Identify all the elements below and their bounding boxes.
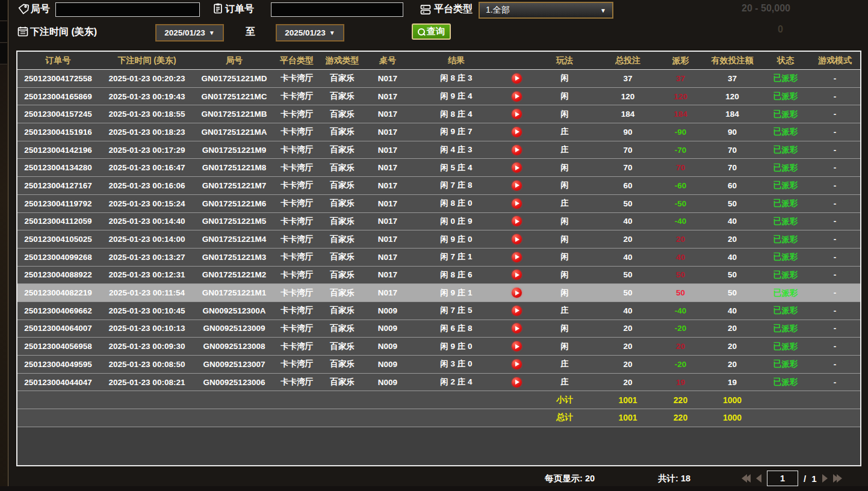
table-row[interactable]: 2501230041519162025-01-23 00:18:23GN0172… [17,123,860,141]
cell-total-bet: 50 [598,199,658,208]
cell-table-no: N009 [364,378,411,387]
table-row[interactable]: 2501230041342802025-01-23 00:16:47GN0172… [17,159,860,177]
cell-payout: 20 [658,235,703,244]
play-video-icon[interactable] [512,359,522,369]
cell-total-bet: 20 [598,378,658,387]
cell-valid-bet: 20 [703,342,761,351]
cell-game-type: 百家乐 [320,73,364,84]
last-page-button[interactable] [833,474,842,483]
cell-round-no: GN017251221M3 [195,253,273,262]
play-video-icon[interactable] [512,199,522,209]
cell-play [501,359,532,369]
play-video-icon[interactable] [512,73,522,84]
cell-order-no: 250123004127167 [17,181,99,190]
play-video-icon[interactable] [512,145,522,155]
cell-platform: 卡卡湾厅 [273,180,320,191]
cell-status: 已派彩 [761,162,810,173]
cell-payout: -60 [658,181,703,190]
play-video-icon[interactable] [512,181,522,191]
cell-status: 已派彩 [761,323,810,334]
play-video-icon[interactable] [512,162,522,173]
cell-round-no: GN017251221MA [195,128,273,137]
table-row[interactable]: 2501230040440472025-01-23 00:08:21GN0092… [17,374,860,392]
cell-total-bet: 37 [598,74,658,83]
cell-play [501,109,532,119]
table-row[interactable]: 2501230040495952025-01-23 00:08:50GN0092… [17,356,860,374]
cell-result: 闲 9 庄 7 [411,126,501,137]
table-row[interactable]: 2501230040569582025-01-23 00:09:30GN0092… [17,338,860,356]
table-row[interactable]: 2501230040992682025-01-23 00:13:27GN0172… [17,249,860,267]
play-video-icon[interactable] [512,127,522,137]
cell-result: 闲 9 庄 4 [411,91,501,102]
grand-total-row-cell: 220 [658,413,703,422]
cell-valid-bet: 40 [703,306,761,315]
date-to-picker[interactable]: 2025/01/23 ▼ [276,24,344,42]
table-row[interactable]: 2501230041271672025-01-23 00:16:06GN0172… [17,177,860,195]
date-from-value: 2025/01/23 [164,28,205,37]
cell-payout: 50 [658,270,703,279]
table-row[interactable]: 2501230040640072025-01-23 00:10:13GN0092… [17,320,860,338]
cell-game-type: 百家乐 [320,377,364,388]
cell-status: 已派彩 [761,252,810,262]
round-no-input[interactable] [55,2,200,17]
column-header: 局号 [195,55,273,66]
play-video-icon[interactable] [512,323,522,333]
cell-status: 已派彩 [761,305,810,316]
total-count-label: 共计: [658,474,678,483]
play-video-icon[interactable] [512,270,522,280]
table-row[interactable]: 2501230041120592025-01-23 00:14:40GN0172… [17,213,860,231]
next-page-button[interactable] [822,474,828,483]
background-faint-zero-text: 0 [778,24,783,35]
prev-page-button[interactable] [756,474,761,483]
cell-payout: -20 [658,360,703,369]
cell-total-bet: 40 [598,306,658,315]
page-number-input[interactable] [767,471,798,486]
table-row[interactable]: 2501230041197922025-01-23 00:15:24GN0172… [17,195,860,213]
cell-play-type: 闲 [532,341,598,352]
table-row[interactable]: 2501230041572452025-01-23 00:18:55GN0172… [17,105,860,123]
table-row[interactable]: 2501230041658692025-01-23 00:19:43GN0172… [17,88,860,106]
play-video-icon[interactable] [512,252,522,262]
cell-valid-bet: 60 [703,181,761,190]
cell-result: 闲 0 庄 9 [411,216,501,227]
cell-play-type: 庄 [532,359,598,369]
column-header: 下注时间 (美东) [99,55,195,66]
table-row[interactable]: 2501230040696622025-01-23 00:10:45GN0092… [17,302,860,320]
cell-play [501,234,532,244]
platform-type-select[interactable]: 1.全部 ▼ [479,2,613,19]
cell-game-type: 百家乐 [320,126,364,137]
query-button[interactable]: 查询 [412,23,451,40]
cell-platform: 卡卡湾厅 [273,288,320,298]
play-video-icon[interactable] [512,91,522,102]
cell-total-bet: 70 [598,146,658,155]
cell-result: 闲 5 庄 4 [411,162,501,173]
table-row[interactable]: 2501230040822192025-01-23 00:11:54GN0172… [17,284,860,302]
date-from-picker[interactable]: 2025/01/23 ▼ [155,24,224,42]
play-video-icon[interactable] [512,288,522,298]
cell-play-type: 闲 [532,73,598,84]
play-video-icon[interactable] [512,234,522,244]
table-row[interactable]: 2501230041421962025-01-23 00:17:29GN0172… [17,141,860,159]
play-video-icon[interactable] [512,341,522,351]
cell-status: 已派彩 [761,234,810,245]
first-page-button[interactable] [742,474,751,483]
cell-platform: 卡卡湾厅 [273,323,320,334]
cell-valid-bet: 40 [703,253,761,262]
cell-platform: 卡卡湾厅 [273,126,320,137]
table-row[interactable]: 2501230041725582025-01-23 00:20:23GN0172… [17,70,860,88]
cell-round-no: GN017251221MB [195,110,273,119]
cell-payout: 184 [658,110,703,119]
play-video-icon[interactable] [512,377,522,388]
table-row[interactable]: 2501230041050252025-01-23 00:14:00GN0172… [17,230,860,249]
background-bottom-edge [0,486,868,491]
cell-order-no: 250123004049595 [17,360,99,369]
play-video-icon[interactable] [512,306,522,316]
page-separator: / [804,474,806,484]
background-faint-limit-text: 20 - 50,000 [742,3,790,14]
table-row[interactable]: 2501230040889222025-01-23 00:12:31GN0172… [17,267,860,285]
play-video-icon[interactable] [512,109,522,119]
column-header: 结果 [411,55,501,66]
play-video-icon[interactable] [512,216,522,226]
order-no-input[interactable] [271,2,403,17]
column-header: 玩法 [532,55,598,66]
